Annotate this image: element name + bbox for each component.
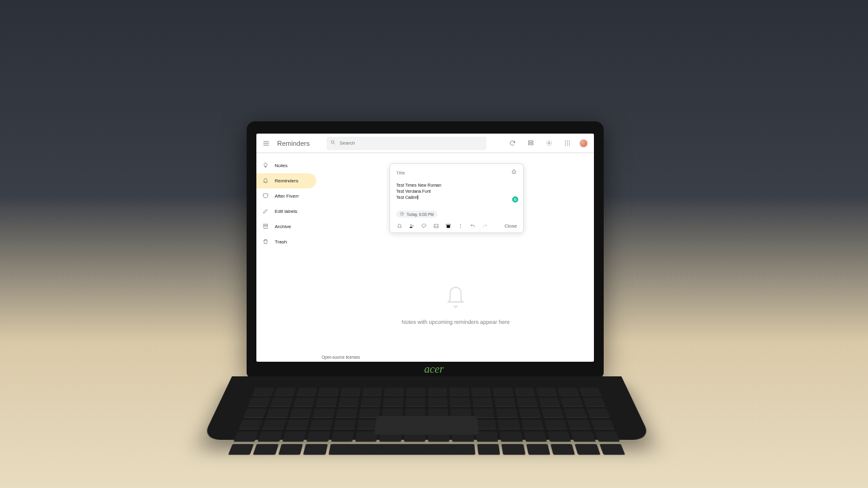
empty-state: Notes with upcoming reminders appear her… <box>402 281 510 325</box>
search-box[interactable] <box>327 137 486 150</box>
bell-icon <box>262 178 269 185</box>
sidebar-item-label: Trash <box>275 239 287 245</box>
svg-point-4 <box>565 141 565 142</box>
lightbulb-icon <box>262 162 269 170</box>
svg-point-0 <box>331 141 335 144</box>
svg-point-18 <box>460 224 460 224</box>
licenses-link[interactable]: Open-source licenses <box>322 355 360 359</box>
image-button[interactable] <box>433 223 439 229</box>
trash-icon <box>262 239 269 246</box>
sidebar-item-archive[interactable]: Archive <box>256 219 316 234</box>
undo-button[interactable] <box>469 223 476 229</box>
sidebar-item-label: Notes <box>275 163 288 168</box>
note-title-input[interactable]: Title <box>396 170 511 176</box>
svg-rect-1 <box>528 141 532 142</box>
reminder-chip-label: Today, 6:00 PM <box>407 212 434 217</box>
svg-point-20 <box>460 227 460 228</box>
sidebar-item-reminders[interactable]: Reminders <box>256 173 316 188</box>
laptop-frame: Reminders <box>247 121 604 378</box>
header: Reminders <box>256 134 594 153</box>
app-body: Notes Reminders After Fiverr Edit labels… <box>256 153 594 362</box>
empty-state-text: Notes with upcoming reminders appear her… <box>402 319 510 325</box>
search-icon <box>330 140 336 146</box>
pencil-icon <box>262 208 269 215</box>
sidebar-item-edit-labels[interactable]: Edit labels <box>256 204 316 219</box>
search-input[interactable] <box>339 140 483 146</box>
laptop-brand-label: acer <box>424 363 444 376</box>
note-body[interactable]: Test Times New Roman Test Verdana Font T… <box>396 182 517 201</box>
reminder-chip[interactable]: Today, 6:00 PM <box>396 210 438 218</box>
svg-point-3 <box>548 142 550 144</box>
note-toolbar: Close <box>396 223 517 229</box>
main-menu-button[interactable] <box>260 137 272 149</box>
svg-rect-13 <box>263 224 268 225</box>
pin-button[interactable] <box>511 169 517 176</box>
svg-point-12 <box>568 145 569 145</box>
svg-point-10 <box>565 145 565 145</box>
svg-rect-16 <box>434 224 438 228</box>
svg-point-6 <box>568 141 569 142</box>
sidebar-item-label: After Fiverr <box>275 193 299 199</box>
avatar[interactable] <box>579 139 588 148</box>
sidebar-item-label: Archive <box>275 224 291 229</box>
bell-large-icon <box>402 281 510 313</box>
note-line: Test Calibri <box>396 195 517 201</box>
settings-button[interactable] <box>543 137 555 149</box>
sidebar-item-trash[interactable]: Trash <box>256 234 316 249</box>
note-editor: Title Test Times New Roman Test Verdana … <box>389 163 524 233</box>
note-line: Test Verdana Font <box>396 188 517 195</box>
clock-icon <box>400 212 404 217</box>
svg-rect-17 <box>446 224 450 225</box>
color-button[interactable] <box>421 223 427 229</box>
label-icon <box>262 193 269 200</box>
list-view-button[interactable] <box>524 137 537 149</box>
remind-me-button[interactable] <box>396 223 402 229</box>
svg-point-7 <box>565 143 565 143</box>
svg-rect-2 <box>528 143 532 145</box>
trackpad <box>374 416 479 435</box>
redo-button[interactable] <box>482 223 488 229</box>
sidebar-item-label: Reminders <box>275 178 298 184</box>
svg-point-8 <box>566 143 567 143</box>
sidebar-item-label: Edit labels <box>275 209 297 214</box>
laptop-base <box>202 376 652 440</box>
close-button[interactable]: Close <box>505 223 517 229</box>
sidebar-item-notes[interactable]: Notes <box>256 158 316 173</box>
svg-point-9 <box>568 143 569 143</box>
main-area: Title Test Times New Roman Test Verdana … <box>317 153 594 362</box>
app-title: Reminders <box>277 140 309 147</box>
app-screen: Reminders <box>256 134 594 362</box>
archive-button[interactable] <box>445 223 451 229</box>
svg-point-5 <box>566 141 567 142</box>
collaborator-button[interactable] <box>408 223 414 229</box>
archive-icon <box>262 223 269 231</box>
svg-point-11 <box>566 145 567 145</box>
sidebar: Notes Reminders After Fiverr Edit labels… <box>256 153 317 362</box>
grammarly-badge[interactable]: G <box>512 196 518 203</box>
refresh-button[interactable] <box>506 137 518 149</box>
svg-point-19 <box>460 226 460 226</box>
svg-point-15 <box>410 224 411 226</box>
sidebar-item-label-after-fiverr[interactable]: After Fiverr <box>256 188 316 204</box>
apps-grid-button[interactable] <box>561 137 573 149</box>
note-line: Test Times New Roman <box>396 182 517 188</box>
more-button[interactable] <box>457 223 463 229</box>
